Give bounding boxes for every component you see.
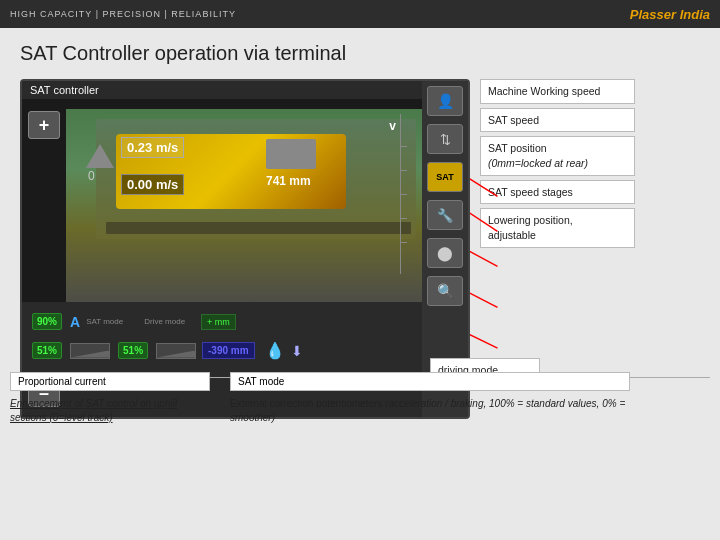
company-tagline: HIGH CAPACITY | PRECISION | RELIABILITY [10, 9, 236, 19]
annotation-sat-speed: SAT speed [480, 108, 635, 133]
main-content: SAT Controller operation via terminal SA… [0, 28, 720, 433]
plus-button[interactable]: + [28, 111, 60, 139]
ctrl-btn-4[interactable]: ⬤ [427, 238, 463, 268]
scale-bar [400, 114, 418, 274]
sat-button[interactable]: SAT [427, 162, 463, 192]
bottom-right-area: SAT mode External correction potentiomet… [230, 392, 630, 425]
annotation-sat-speed-stages: SAT speed stages [480, 180, 635, 205]
sat-mode-box: SAT mode [230, 372, 630, 391]
percentage-display-2: 51% [32, 342, 62, 359]
page-title: SAT Controller operation via terminal [20, 42, 700, 65]
header-bar: HIGH CAPACITY | PRECISION | RELIABILITY … [0, 0, 720, 28]
controller-header: SAT controller [22, 81, 468, 99]
logo-india: India [676, 7, 710, 22]
machine-image: 0.23 m/s 0.00 m/s 741 mm 0 v [66, 109, 426, 309]
annotation-sat-position: SAT position(0mm=locked at rear) [480, 136, 635, 175]
a-indicator: A [70, 314, 80, 330]
bottom-left-area: Proportional current Enhancement of SAT … [10, 392, 210, 425]
drive-mode-text: Drive mode [144, 317, 185, 326]
annotations-panel: Machine Working speed SAT speed SAT posi… [480, 79, 635, 248]
content-area: SAT controller + 0.23 m [20, 79, 700, 419]
zero-label: 0 [88, 169, 95, 183]
company-logo: Plasser India [630, 7, 710, 22]
ctrl-btn-3[interactable]: 🔧 [427, 200, 463, 230]
controller-title: SAT controller [30, 84, 99, 96]
speed-reading-1: 0.23 m/s [121, 137, 184, 158]
ctrl-btn-5[interactable]: 🔍 [427, 276, 463, 306]
percentage-display-3: 51% [118, 342, 148, 359]
bottom-right-text: External correction potentiometers (acce… [230, 397, 630, 425]
proportional-current-box: Proportional current [10, 372, 210, 391]
sat-mode-text: SAT mode [86, 317, 123, 326]
logo-plasser: Plasser [630, 7, 676, 22]
ctrl-btn-1[interactable]: 👤 [427, 86, 463, 116]
percentage-display-1: 90% [32, 313, 62, 330]
plus-mm-button[interactable]: + mm [201, 314, 236, 330]
controller-panel: SAT controller + 0.23 m [20, 79, 470, 419]
annotation-machine-working-speed: Machine Working speed [480, 79, 635, 104]
triangle-indicator [86, 144, 114, 168]
distance-reading: 741 mm [266, 174, 311, 188]
bottom-left-text: Enhancement of SAT control on uphill sec… [10, 397, 210, 425]
speed-reading-2: 0.00 m/s [121, 174, 184, 195]
download-icon: ⬇ [291, 343, 303, 359]
annotation-lowering-position: Lowering position,adjustable [480, 208, 635, 247]
v-indicator: v [389, 119, 396, 133]
bottom-text-area: Proportional current Enhancement of SAT … [10, 392, 710, 425]
offset-display: -390 mm [202, 342, 255, 359]
ctrl-btn-2[interactable]: ⇅ [427, 124, 463, 154]
controller-screen: 0.23 m/s 0.00 m/s 741 mm 0 v [66, 109, 426, 309]
water-icon: 💧 [265, 341, 285, 360]
slope-indicator-2 [156, 343, 196, 359]
slope-indicator-1 [70, 343, 110, 359]
